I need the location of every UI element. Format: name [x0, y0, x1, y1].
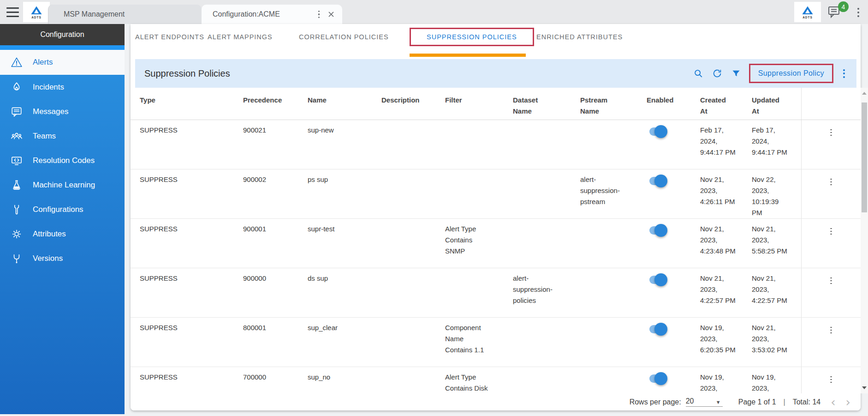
caret-down-icon: ▼ [716, 399, 721, 405]
enabled-toggle[interactable] [649, 374, 665, 383]
cell-name: ps sup [308, 169, 381, 218]
footer-separator: | [784, 398, 785, 406]
sidebar-item-label: Messages [33, 107, 68, 116]
brand-name: ADTS [31, 16, 42, 19]
enabled-toggle[interactable] [649, 177, 665, 185]
sidebar-item-teams[interactable]: Teams [0, 124, 125, 148]
main-content-card: ALERT ENDPOINTSALERT MAPPINGSCORRELATION… [131, 24, 861, 410]
incident-icon [10, 81, 23, 93]
window-tab-configuration-acme[interactable]: Configuration:ACME [202, 5, 342, 24]
cell-updated-at: Feb 17, 2024, 9:44:17 PM [752, 120, 801, 169]
column-header-description: Description [381, 88, 445, 120]
window-tab-msp-management[interactable]: MSP Management [48, 5, 202, 24]
row-actions-kebab-icon[interactable] [829, 375, 833, 384]
table-toolbar: Suppression Policies Suppression Policy [135, 59, 856, 88]
sidebar-item-versions[interactable]: Versions [0, 246, 125, 271]
filter-icon[interactable] [731, 68, 742, 79]
table-row: SUPPRESS900000ds supalert-suppression-po… [131, 268, 861, 318]
notification-badge: 4 [838, 1, 849, 12]
tab-label: ALERT MAPPINGS [208, 33, 273, 41]
sidebar-item-attributes[interactable]: Attributes [0, 222, 125, 246]
enabled-toggle[interactable] [649, 226, 665, 235]
cell-precedence: 800001 [243, 318, 308, 367]
window-tab-label: MSP Management [64, 10, 125, 18]
tab-label: ENRICHED ATTRIBUTES [536, 33, 623, 41]
enabled-toggle[interactable] [649, 325, 665, 333]
search-icon[interactable] [693, 68, 704, 79]
message-icon [10, 105, 23, 118]
row-actions-kebab-icon[interactable] [829, 128, 833, 137]
cell-created-at: Nov 21, 2023, 4:22:57 PM [700, 268, 752, 317]
sidebar-item-alerts[interactable]: Alerts [0, 50, 125, 75]
cell-description [381, 318, 445, 367]
topbar-kebab-icon[interactable] [856, 7, 860, 18]
sidebar-item-incidents[interactable]: Incidents [0, 75, 125, 99]
scrollbar-down-button[interactable] [861, 384, 868, 392]
previous-page-chevron-icon[interactable]: ‹ [831, 398, 835, 407]
cell-actions [801, 169, 861, 218]
cell-filter [445, 169, 513, 218]
row-actions-kebab-icon[interactable] [829, 277, 833, 285]
cell-precedence: 900002 [243, 169, 308, 218]
cell-created-at: Nov 19, 2023, 6:20:35 PM [700, 318, 752, 367]
row-actions-kebab-icon[interactable] [829, 326, 833, 334]
cell-updated-at: Nov 21, 2023, 4:22:57 PM [752, 268, 801, 317]
cell-name: sup-new [308, 120, 381, 169]
column-header-precedence: Precedence [243, 88, 308, 120]
column-header-updated-at: Updated At [752, 88, 801, 120]
refresh-icon[interactable] [712, 68, 723, 79]
sidebar-item-messages[interactable]: Messages [0, 99, 125, 124]
add-suppression-policy-button[interactable]: Suppression Policy [749, 64, 833, 83]
row-actions-kebab-icon[interactable] [829, 227, 833, 235]
cell-actions [801, 219, 861, 268]
tab-alert-endpoints[interactable]: ALERT ENDPOINTS [135, 33, 204, 41]
sidebar-item-label: Attributes [33, 229, 66, 239]
cell-enabled [647, 219, 700, 268]
scrollbar-thumb[interactable] [862, 102, 867, 212]
sidebar-nav: AlertsIncidentsMessagesTeamsResolution C… [0, 50, 125, 271]
cell-pstream-name [580, 219, 647, 268]
table-footer: Rows per page: 20 ▼ Page 1 of 1 | Total:… [131, 393, 861, 410]
sidebar-item-label: Configurations [33, 205, 83, 214]
vertical-scrollbar[interactable] [861, 88, 868, 393]
rows-per-page-value: 20 [686, 397, 694, 405]
tab-suppression-policies[interactable]: SUPPRESSION POLICIES [410, 28, 534, 46]
cell-pstream-name: alert-suppression-pstream [580, 169, 647, 218]
row-actions-kebab-icon[interactable] [829, 178, 833, 186]
machine-learning-icon [10, 179, 23, 191]
hamburger-menu-icon[interactable] [6, 7, 19, 17]
cell-name: supr-test [308, 219, 381, 268]
column-header-pstream-name: Pstream Name [580, 88, 647, 120]
tab-correlation-policies[interactable]: CORRELATION POLICIES [299, 33, 389, 41]
next-page-chevron-icon[interactable]: › [846, 398, 850, 407]
brand-logo: ADTS [23, 2, 50, 22]
versions-icon [10, 252, 23, 265]
toolbar-kebab-icon[interactable] [842, 68, 846, 79]
tab-label: CORRELATION POLICIES [299, 33, 389, 41]
tab-alert-mappings[interactable]: ALERT MAPPINGS [208, 33, 273, 41]
table-row: SUPPRESS900001supr-testAlert Type Contai… [131, 219, 861, 268]
cell-description [381, 169, 445, 218]
sidebar-item-label: Versions [33, 254, 63, 263]
scrollbar-up-button[interactable] [861, 90, 868, 97]
enabled-toggle[interactable] [649, 127, 665, 136]
sidebar-item-configurations[interactable]: Configurations [0, 197, 125, 222]
active-tab-underline [410, 54, 526, 57]
tab-options-kebab-icon[interactable] [317, 9, 321, 20]
brand-logo-icon [802, 5, 814, 16]
cell-precedence: 900021 [243, 120, 308, 169]
tab-enriched-attributes[interactable]: ENRICHED ATTRIBUTES [536, 33, 623, 41]
cell-pstream-name [580, 318, 647, 367]
rows-per-page-select[interactable]: 20 ▼ [686, 397, 723, 407]
cell-filter: Alert Type Contains SNMP [445, 219, 513, 268]
cell-enabled [647, 318, 700, 367]
sidebar-item-machine-learning[interactable]: Machine Learning [0, 173, 125, 197]
tab-label: SUPPRESSION POLICIES [427, 33, 517, 41]
close-tab-icon[interactable] [327, 11, 335, 18]
sidebar-item-resolution-codes[interactable]: Resolution Codes [0, 148, 125, 173]
enabled-toggle[interactable] [649, 276, 665, 284]
cell-enabled [647, 169, 700, 218]
cell-type: SUPPRESS [140, 169, 243, 218]
table-row: SUPPRESS900002ps supalert-suppression-ps… [131, 169, 861, 219]
cell-pstream-name [580, 120, 647, 169]
